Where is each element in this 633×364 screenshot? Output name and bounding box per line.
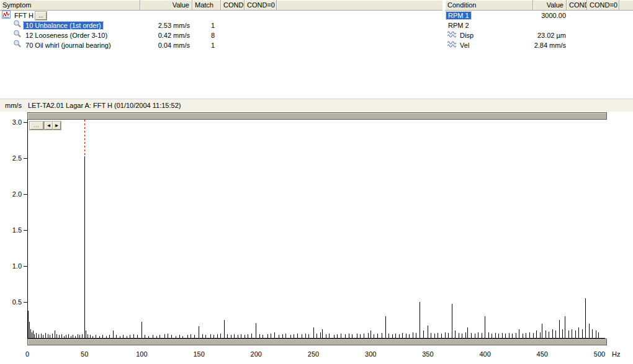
fft-node-icon bbox=[2, 11, 11, 21]
condition-row-rpm2[interactable]: RPM 2 bbox=[445, 21, 633, 31]
chart-more-button[interactable]: ... bbox=[30, 122, 43, 130]
condition-row-disp[interactable]: Disp 23.02 µm bbox=[445, 31, 633, 41]
condition-label[interactable]: RPM 2 bbox=[446, 22, 471, 29]
x-tick-label: 350 bbox=[422, 350, 433, 358]
header-filler bbox=[277, 0, 442, 11]
symptom-panel: Symptom Value Match COND COND=0 FFT H ..… bbox=[0, 0, 442, 97]
tree-node-label[interactable]: FFT H bbox=[12, 12, 35, 19]
y-tick-label: 2.5 bbox=[12, 154, 22, 162]
symptom-row-unbalance[interactable]: 10 Unbalance (1st order) 2.53 mm/s 1 bbox=[0, 21, 442, 31]
header-cond0[interactable]: COND=0 bbox=[587, 0, 619, 11]
symptom-value: 2.53 mm/s bbox=[138, 21, 190, 30]
y-tick-label: 1.5 bbox=[12, 226, 22, 234]
magnifier-icon bbox=[13, 40, 22, 51]
tree-node-fft-h[interactable]: FFT H ... bbox=[0, 11, 442, 21]
condition-header-row: Condition Value COND COND=0 bbox=[445, 0, 633, 11]
condition-value: 2.84 mm/s bbox=[473, 41, 566, 50]
x-tick-label: 0 bbox=[25, 350, 29, 358]
y-tick-label: 0.5 bbox=[12, 298, 22, 306]
condition-panel: Condition Value COND COND=0 RPM 1 3000.0… bbox=[445, 0, 633, 97]
condition-label[interactable]: Vel bbox=[458, 42, 471, 49]
x-axis-unit-label: Hz bbox=[612, 350, 620, 358]
y-tick-label: 2.0 bbox=[12, 190, 22, 198]
x-tick-label: 100 bbox=[136, 350, 147, 358]
symptom-header-row: Symptom Value Match COND COND=0 bbox=[0, 0, 442, 11]
condition-row-rpm1[interactable]: RPM 1 3000.00 bbox=[445, 11, 633, 21]
chart-controls: ...◄► bbox=[30, 122, 61, 131]
symptom-label[interactable]: 10 Unbalance (1st order) bbox=[24, 22, 103, 29]
x-tick-label: 150 bbox=[193, 350, 204, 358]
waveform-icon bbox=[447, 40, 456, 50]
header-cond[interactable]: COND bbox=[221, 0, 245, 11]
header-value[interactable]: Value bbox=[140, 0, 192, 11]
waveform-icon bbox=[447, 30, 456, 40]
header-value[interactable]: Value bbox=[533, 0, 567, 11]
symptom-value: 0.42 mm/s bbox=[138, 31, 190, 40]
y-tick-label: 3.0 bbox=[12, 118, 22, 126]
chart-next-button[interactable]: ► bbox=[53, 122, 61, 130]
x-tick-label: 50 bbox=[81, 350, 88, 358]
condition-label[interactable]: RPM 1 bbox=[446, 12, 471, 19]
symptom-match: 1 bbox=[199, 41, 227, 50]
chart-zoom-scrollbar-top[interactable] bbox=[27, 112, 607, 120]
chart-zoom-scrollbar-bottom[interactable] bbox=[27, 339, 607, 345]
symptom-label[interactable]: 70 Oil whirl (journal bearing) bbox=[24, 42, 113, 49]
x-tick-label: 300 bbox=[365, 350, 376, 358]
symptom-row-oil-whirl[interactable]: 70 Oil whirl (journal bearing) 0.04 mm/s… bbox=[0, 41, 442, 51]
x-tick-label: 200 bbox=[251, 350, 262, 358]
x-tick-label: 250 bbox=[308, 350, 319, 358]
symptom-row-looseness[interactable]: 12 Looseness (Order 3-10) 0.42 mm/s 8 bbox=[0, 31, 442, 41]
header-match[interactable]: Match bbox=[192, 0, 221, 11]
header-cond[interactable]: COND bbox=[567, 0, 587, 11]
x-tick-label: 450 bbox=[537, 350, 548, 358]
symptom-label[interactable]: 12 Looseness (Order 3-10) bbox=[24, 32, 109, 39]
chart-prev-button[interactable]: ◄ bbox=[45, 122, 53, 130]
header-symptom[interactable]: Symptom bbox=[0, 0, 140, 11]
spectrum-plot[interactable]: 0.51.01.52.02.53.00501001502002503003504… bbox=[0, 99, 633, 364]
symptom-match: 8 bbox=[199, 31, 227, 40]
condition-value: 23.02 µm bbox=[473, 31, 566, 40]
fft-more-button[interactable]: ... bbox=[35, 12, 47, 20]
x-tick-label: 500 bbox=[594, 350, 605, 358]
symptom-match: 1 bbox=[199, 21, 227, 30]
x-tick-label: 400 bbox=[479, 350, 490, 358]
y-tick-label: 1.0 bbox=[12, 262, 22, 270]
condition-value: 3000.00 bbox=[473, 11, 566, 20]
symptom-value: 0.04 mm/s bbox=[138, 41, 190, 50]
header-cond0[interactable]: COND=0 bbox=[245, 0, 277, 11]
condition-row-vel[interactable]: Vel 2.84 mm/s bbox=[445, 41, 633, 51]
header-condition[interactable]: Condition bbox=[445, 0, 533, 11]
app-window: Symptom Value Match COND COND=0 FFT H ..… bbox=[0, 0, 633, 364]
header-filler bbox=[619, 0, 633, 11]
